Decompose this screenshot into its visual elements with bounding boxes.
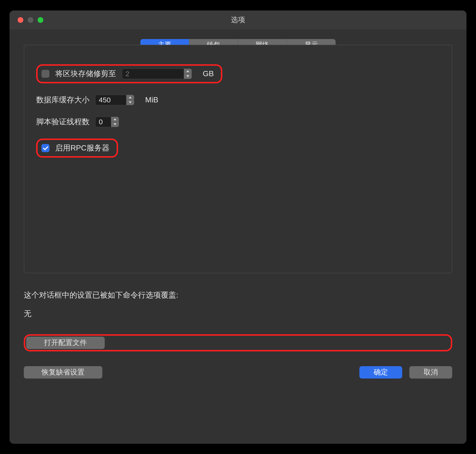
prune-step-down-icon[interactable] — [184, 74, 192, 79]
prune-highlight: 将区块存储修剪至 2 GB — [36, 64, 222, 83]
prune-unit: GB — [203, 69, 214, 78]
minimize-icon[interactable] — [28, 17, 33, 23]
title-bar: 选项 — [9, 10, 467, 30]
rpc-highlight: 启用RPC服务器 — [36, 139, 118, 158]
main-panel: 将区块存储修剪至 2 GB 数据库缓存大小 450 — [24, 45, 452, 273]
bottom-button-row: 恢复缺省设置 确定 取消 — [24, 366, 452, 378]
below-panel: 这个对话框中的设置已被如下命令行选项覆盖: 无 打开配置文件 恢复缺省设置 确定… — [24, 290, 452, 378]
ok-button[interactable]: 确定 — [359, 366, 402, 378]
prune-label: 将区块存储修剪至 — [55, 68, 116, 79]
window-title: 选项 — [9, 15, 467, 25]
prune-input[interactable]: 2 — [122, 68, 184, 79]
threads-step-up-icon[interactable] — [111, 117, 119, 122]
threads-spinner: 0 — [95, 117, 119, 127]
override-value: 无 — [24, 309, 452, 319]
content-area: 主要 钱包 网络 显示 将区块存储修剪至 2 — [9, 30, 467, 444]
dbcache-unit: MiB — [145, 95, 158, 104]
dbcache-step-down-icon[interactable] — [126, 100, 134, 105]
options-window: 选项 主要 钱包 网络 显示 将区块存储修剪至 2 — [9, 10, 467, 444]
open-config-button[interactable]: 打开配置文件 — [26, 337, 105, 349]
prune-step-up-icon[interactable] — [184, 68, 192, 74]
cancel-button[interactable]: 取消 — [409, 366, 452, 378]
dbcache-row: 数据库缓存大小 450 MiB — [36, 95, 440, 105]
threads-step-down-icon[interactable] — [111, 122, 119, 127]
close-icon[interactable] — [18, 17, 23, 23]
reset-button[interactable]: 恢复缺省设置 — [24, 366, 102, 378]
threads-row: 脚本验证线程数 0 — [36, 117, 440, 127]
threads-input[interactable]: 0 — [95, 117, 111, 127]
override-note: 这个对话框中的设置已被如下命令行选项覆盖: — [24, 290, 452, 300]
prune-row: 将区块存储修剪至 2 GB — [36, 64, 440, 83]
dbcache-spinner: 450 — [95, 95, 134, 105]
rpc-checkbox[interactable] — [41, 144, 50, 152]
dbcache-label: 数据库缓存大小 — [36, 95, 89, 105]
open-config-highlight: 打开配置文件 — [24, 334, 452, 351]
prune-spinner: 2 — [122, 68, 192, 79]
traffic-lights — [9, 17, 43, 23]
dbcache-step-up-icon[interactable] — [126, 95, 134, 100]
threads-label: 脚本验证线程数 — [36, 117, 89, 127]
prune-checkbox[interactable] — [41, 70, 50, 78]
rpc-row: 启用RPC服务器 — [36, 139, 440, 158]
maximize-icon[interactable] — [37, 17, 43, 23]
rpc-label: 启用RPC服务器 — [55, 143, 110, 153]
dbcache-input[interactable]: 450 — [95, 95, 126, 105]
